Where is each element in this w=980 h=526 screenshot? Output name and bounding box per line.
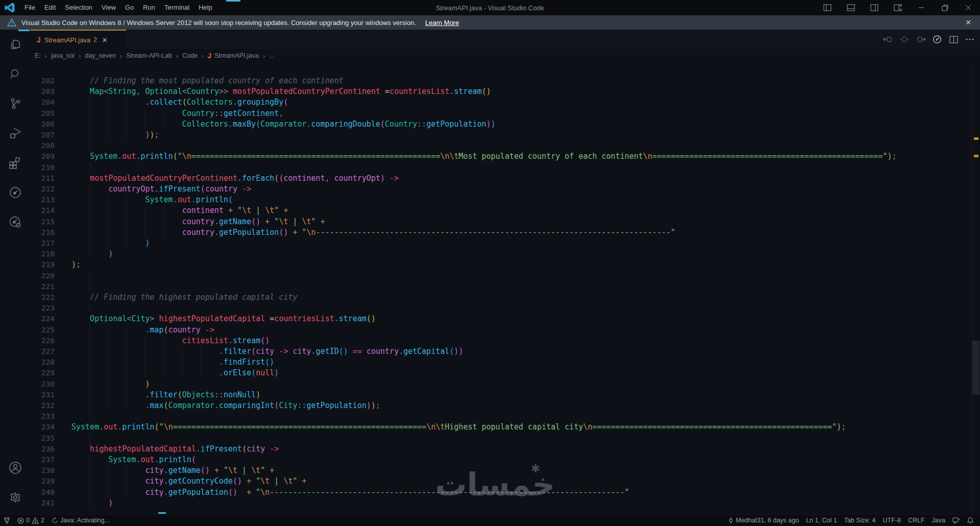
indent-guide: [90, 325, 90, 336]
indent-guide: [127, 346, 127, 357]
code-line: 236highestPopulatedCapital.ifPresent(cit…: [31, 444, 980, 455]
navigate-back-icon[interactable]: [882, 33, 894, 45]
breadcrumb-item[interactable]: E:: [34, 52, 41, 59]
indent-guide: [108, 346, 109, 357]
status-crlf[interactable]: CRLF: [904, 515, 928, 526]
indent-guide: [164, 336, 164, 346]
settings-gear-icon[interactable]: [0, 483, 31, 512]
status-java[interactable]: Java: [928, 515, 949, 526]
warning-triangle-icon: [7, 18, 16, 27]
indent-guide: [108, 130, 109, 140]
indent-guide: [127, 325, 127, 336]
source-control-icon[interactable]: [0, 89, 31, 118]
explorer-icon[interactable]: [0, 30, 31, 59]
code-text: .orElse(null): [219, 368, 279, 378]
menu-run[interactable]: Run: [138, 0, 160, 15]
breadcrumb-item[interactable]: Stream-API-Lab: [126, 52, 173, 59]
warnings-icon: [32, 517, 39, 524]
menu-edit[interactable]: Edit: [40, 0, 60, 15]
code-line: 238city.getName() + "\t | \t" +: [31, 465, 980, 476]
indent-guide: [108, 400, 109, 411]
indent-guide: [90, 357, 90, 368]
toggle-panel-icon[interactable]: [839, 0, 863, 15]
learn-more-link[interactable]: Learn More: [425, 19, 459, 27]
status-ln-1-col-1[interactable]: Ln 1, Col 1: [802, 515, 840, 526]
tab-streamapi-java[interactable]: J StreamAPI.java 2 ✕: [31, 30, 126, 49]
indent-guide: [127, 368, 127, 378]
vscode-window: FileEditSelectionViewGoRunTerminalHelp S…: [0, 0, 980, 526]
status-git-commit[interactable]: Medhat31, 6 days ago: [724, 515, 803, 526]
status-tab-size-4[interactable]: Tab Size: 4: [841, 515, 879, 526]
restore-icon[interactable]: [933, 0, 957, 15]
status-feedback[interactable]: [949, 515, 964, 526]
line-number: 229: [31, 368, 55, 378]
run-debug-icon[interactable]: [0, 118, 31, 148]
indent-guide: [108, 97, 109, 108]
menu-help[interactable]: Help: [194, 0, 217, 15]
indent-guide: [90, 379, 90, 390]
code-editor[interactable]: خمسات 202// Finding the most populated c…: [31, 62, 980, 514]
accounts-icon[interactable]: [0, 453, 31, 483]
java-file-icon: J: [207, 52, 211, 60]
status-bell[interactable]: [964, 515, 977, 526]
extensions-icon[interactable]: [0, 148, 31, 178]
close-window-icon[interactable]: [957, 0, 980, 15]
menu-selection[interactable]: Selection: [60, 0, 96, 15]
breadcrumb-item[interactable]: ...: [268, 52, 275, 59]
code-text: System.out.println("\n==================…: [90, 151, 896, 162]
line-number: 218: [31, 249, 55, 259]
code-text: .max(Comparator.comparingInt(City::getPo…: [145, 400, 380, 411]
banner-close-icon[interactable]: ✕: [961, 15, 976, 30]
indent-guide: [90, 476, 90, 487]
code-line: 220: [31, 271, 980, 281]
breadcrumb-item[interactable]: StreamAPI.java: [214, 52, 259, 59]
code-line: 208: [31, 140, 980, 151]
line-number: 204: [31, 97, 55, 108]
code-line: 232.max(Comparator.comparingInt(City::ge…: [31, 400, 980, 411]
code-line: 209System.out.println("\n===============…: [31, 151, 980, 162]
indent-guide: [108, 465, 109, 476]
problems-indicator[interactable]: 0 2: [14, 515, 48, 526]
breadcrumb-item[interactable]: java_sol: [51, 52, 75, 59]
code-line: 233: [31, 411, 980, 422]
indent-guide: [90, 433, 90, 444]
menu-file[interactable]: File: [20, 0, 40, 15]
code-line: 202// Finding the most populated country…: [31, 76, 980, 86]
menu-go[interactable]: Go: [120, 0, 138, 15]
indent-guide: [127, 97, 127, 108]
code-text: System.out.println(: [145, 195, 233, 205]
indent-guide: [127, 476, 127, 487]
java-projects-icon[interactable]: [0, 178, 31, 207]
run-code-icon[interactable]: [931, 33, 943, 45]
breadcrumb-item[interactable]: Code: [182, 52, 198, 59]
indent-guide: [90, 119, 90, 130]
tab-close-icon[interactable]: ✕: [102, 36, 108, 44]
customize-layout-icon[interactable]: [886, 0, 910, 15]
indent-guide: [145, 346, 145, 357]
search-icon[interactable]: [0, 59, 31, 89]
split-editor-icon[interactable]: [947, 33, 960, 45]
indent-guide: [108, 238, 109, 249]
code-line: 210: [31, 162, 980, 173]
indent-guide: [127, 357, 127, 368]
indent-guide: [145, 217, 145, 227]
minimize-icon[interactable]: [910, 0, 933, 15]
remote-indicator[interactable]: [0, 515, 14, 526]
java-dependencies-icon[interactable]: [0, 207, 31, 237]
line-number: 231: [31, 390, 55, 400]
navigate-forward-icon[interactable]: [915, 33, 927, 45]
menu-view[interactable]: View: [97, 0, 120, 15]
more-actions-icon[interactable]: [964, 33, 976, 45]
code-text: country.getPopulation() + "\n-----------…: [182, 227, 675, 238]
breadcrumb-item[interactable]: day_seven: [84, 52, 116, 59]
java-activation-status[interactable]: Java: Activating...: [48, 515, 113, 526]
line-number: 207: [31, 130, 55, 140]
line-number: 234: [31, 422, 55, 433]
indent-guide: [201, 357, 201, 368]
status-utf-8[interactable]: UTF-8: [879, 515, 904, 526]
toggle-primary-sidebar-icon[interactable]: [816, 0, 839, 15]
indent-guide: [164, 217, 164, 227]
menu-terminal[interactable]: Terminal: [160, 0, 194, 15]
sync-circle-icon[interactable]: [898, 33, 911, 45]
toggle-secondary-sidebar-icon[interactable]: [863, 0, 886, 15]
